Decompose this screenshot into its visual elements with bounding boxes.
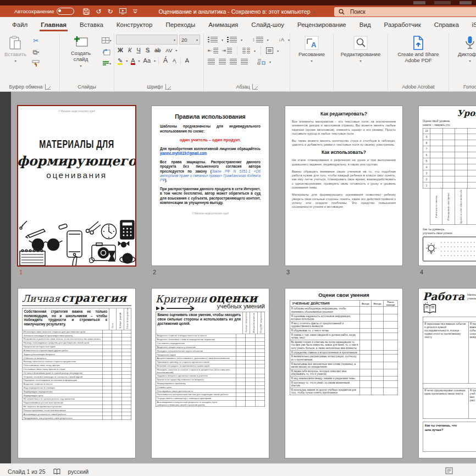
table-section-header: Выводы [423, 383, 476, 388]
ribbon: Вставить▾ ✂ ⧉▾ Буфер обмена Создать слай… [0, 32, 476, 92]
search-input[interactable] [349, 8, 450, 15]
drawing-button[interactable]: A Рисование▾ [296, 34, 328, 65]
copy-icon[interactable]: ⧉▾ [30, 47, 41, 57]
slide5-title: Личная стратегия [22, 291, 131, 306]
bullets-icon[interactable] [208, 37, 218, 43]
columns-icon[interactable] [242, 48, 250, 54]
slide-thumbnail-4[interactable]: Уровень Оцени свой уровеньшкале – закрас… [419, 106, 476, 265]
slide5-header: Собственная стратегия важна не только по… [22, 308, 131, 330]
reset-slide-icon[interactable] [101, 47, 112, 57]
notes-icon[interactable] [445, 467, 453, 474]
start-slideshow-icon[interactable] [119, 8, 126, 14]
slide-thumbnail-3[interactable]: Как редактировать? Все элементы материал… [285, 106, 402, 265]
slide2-red-rule: один учитель – один продукт. [160, 137, 261, 142]
bold-button[interactable]: Ж [116, 46, 125, 55]
tab-view[interactable]: Вид [353, 19, 378, 32]
italic-button[interactable]: К [126, 46, 133, 55]
slide-thumbnail-5[interactable]: Личная стратегия Собственная стратегия в… [18, 289, 135, 458]
slide8-worksheet-table: Пересказ Я пересказал все важные события… [423, 317, 476, 419]
save-icon[interactable] [83, 8, 90, 15]
slide-number-4: 4 [420, 269, 423, 275]
align-text-icon[interactable] [266, 47, 273, 54]
table-row: Задавать вопросы одноклассникам и учител… [156, 374, 265, 378]
redo-icon[interactable]: ↻ [107, 8, 113, 15]
tab-file[interactable]: Файл [5, 19, 34, 32]
slide6-header: Важно оценивать свои умения, чтобы наход… [156, 312, 265, 334]
license-email-link[interactable]: jeanne.myhill19@gmail.com [160, 151, 207, 156]
slide3-heading2: Как использовать? [292, 150, 396, 155]
text-shadow-button[interactable]: S [144, 46, 151, 55]
new-slide-button[interactable]: Создать слайд▾ [62, 34, 100, 70]
slide7-skills-table: УЧЕБНЫЕ ДЕЙСТВИЯ Всегда Иногда Почти ник… [290, 300, 398, 395]
character-spacing-button[interactable]: AV [164, 46, 174, 55]
customize-qat-icon[interactable] [132, 9, 138, 14]
search-box[interactable] [334, 7, 476, 16]
grow-font-button[interactable]: А́ [162, 56, 169, 65]
table-row: Я соотношу то, что я узнал, со своим жиз… [290, 380, 398, 388]
language-indicator[interactable]: русский [68, 468, 89, 475]
document-title: Оценивание и аналитика - Сохранено в: эт… [159, 8, 316, 15]
strikethrough-button[interactable]: ab [153, 46, 162, 55]
align-left-icon[interactable] [208, 59, 215, 65]
text-highlight-icon[interactable]: ✎ [116, 56, 124, 65]
tab-insert[interactable]: Вставка [73, 19, 110, 32]
format-painter-icon[interactable] [30, 58, 41, 69]
slide-thumbnail-2[interactable]: Правила использования Шаблоны предназнач… [152, 106, 269, 265]
text-direction-icon[interactable]: ↓A [279, 37, 285, 42]
font-color-button[interactable]: А [129, 56, 136, 65]
font-dialog-launcher[interactable] [165, 84, 171, 90]
autosave-control[interactable]: Автосохранение [14, 8, 74, 15]
increase-indent-icon[interactable]: ⇥ [222, 48, 233, 54]
shrink-font-button[interactable]: А̬ [171, 56, 178, 65]
autosave-toggle[interactable] [57, 8, 74, 15]
slide6-title: Критерии оценки учебных умений [156, 291, 265, 310]
clipboard-dialog-launcher[interactable] [45, 84, 51, 90]
group-clipboard: Вставить▾ ✂ ⧉▾ Буфер обмена [0, 34, 60, 91]
align-right-icon[interactable] [230, 59, 237, 65]
slide-thumbnail-8[interactable]: Работа Напиши ученико Пересказ Я переска… [419, 289, 476, 458]
slide-counter[interactable]: Слайд 1 из 25 [8, 468, 46, 475]
slide-thumbnail-6[interactable]: Критерии оценки учебных умений Важно оце… [152, 289, 269, 458]
clear-formatting-button[interactable]: А [184, 56, 191, 65]
cut-icon[interactable]: ✂ [30, 35, 41, 46]
slide3-paragraph: Материалы для формирующего оценивания по… [292, 192, 396, 209]
align-center-icon[interactable] [219, 59, 226, 65]
editing-button[interactable]: Редактирование▾ [338, 34, 383, 65]
create-adobe-pdf-button[interactable]: Create and Share Adobe PDF [390, 34, 447, 65]
numbering-icon[interactable] [227, 37, 237, 43]
slide-thumbnail-1[interactable]: © Магазин педагогических идей МАТЕРИАЛЫ … [18, 106, 135, 265]
arrow-doodle-icon [156, 305, 197, 312]
tab-slideshow[interactable]: Слайд-шоу [245, 19, 291, 32]
tab-transitions[interactable]: Переходы [159, 19, 202, 32]
change-case-button[interactable]: Aa [142, 56, 152, 65]
slide4-instructions: Оцени свой уровеньшкале – закрась сто [423, 119, 476, 127]
find-icon [353, 36, 368, 50]
smartart-convert-icon[interactable] [257, 58, 265, 65]
slide-thumbnail-7[interactable]: Оцени свои умения УЧЕБНЫЕ ДЕЙСТВИЯ Всегд… [285, 289, 402, 458]
tab-design[interactable]: Конструктор [110, 19, 159, 32]
table-row: Я собираю необходимую информацию, чтобы … [290, 307, 398, 314]
line-spacing-icon[interactable]: ↕ [252, 37, 263, 43]
slide-layout-icon[interactable]: ▾ [101, 35, 112, 46]
decrease-indent-icon[interactable]: ⇤ [208, 48, 218, 54]
autosave-label: Автосохранение [14, 8, 54, 14]
dictaphone-button[interactable]: Диктофон▾ [455, 34, 476, 65]
undo-icon[interactable]: ↺ [96, 8, 101, 15]
underline-button[interactable]: Ч [135, 46, 142, 55]
group-label-font: Шрифт [147, 84, 163, 90]
spellcheck-icon[interactable] [53, 468, 60, 475]
font-size-combobox[interactable]: 20▾ [179, 35, 200, 45]
section-icon[interactable]: ▾ [101, 58, 112, 69]
tab-ispring[interactable]: iSpring [466, 19, 476, 32]
font-name-combobox[interactable]: ▾ [116, 35, 178, 45]
tab-help[interactable]: Справка [428, 19, 466, 32]
tab-review[interactable]: Рецензирование [291, 19, 353, 32]
justify-icon[interactable] [241, 59, 248, 65]
tab-developer[interactable]: Разработчик [378, 19, 428, 32]
table-row: Остаюсь вежливым даже в самый разгар обс… [22, 371, 131, 375]
tab-home[interactable]: Главная [34, 19, 73, 32]
paragraph-dialog-launcher[interactable] [252, 84, 258, 90]
group-font: ▾ 20▾ Ж К Ч S ab AV▾ ✎▾ А▾ Aa▾ А́ А̬ А [114, 34, 204, 91]
tab-animations[interactable]: Анимация [202, 19, 245, 32]
paste-button[interactable]: Вставить▾ [2, 34, 29, 65]
